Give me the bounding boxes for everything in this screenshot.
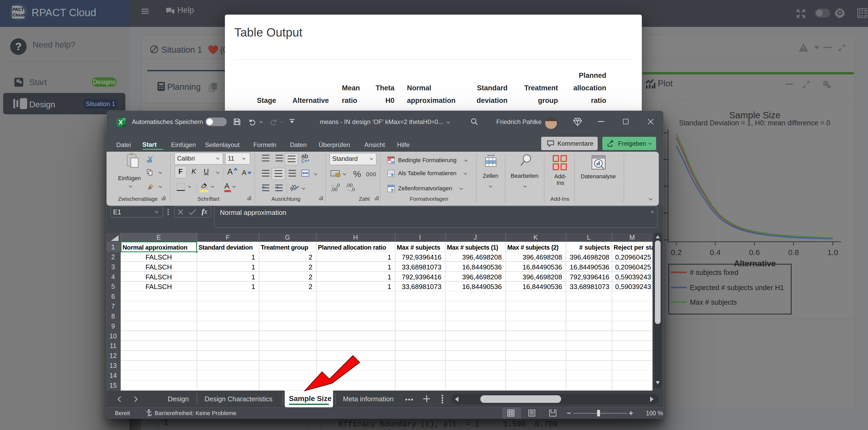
svg-text:Alternative: Alternative bbox=[734, 259, 776, 268]
svg-text:1.0: 1.0 bbox=[827, 248, 838, 257]
svg-text:0.8: 0.8 bbox=[788, 248, 799, 257]
svg-text:Standard Deviation = 1, H0: me: Standard Deviation = 1, H0: mean differe… bbox=[679, 119, 830, 127]
svg-text:0.4: 0.4 bbox=[710, 248, 721, 257]
svg-text:Sample Size: Sample Size bbox=[729, 110, 780, 120]
svg-text:0.2: 0.2 bbox=[671, 248, 682, 257]
svg-text:0.6: 0.6 bbox=[749, 248, 760, 257]
svg-text:Expected # subjects under H1: Expected # subjects under H1 bbox=[690, 284, 784, 292]
svg-text:# subjects fixed: # subjects fixed bbox=[690, 269, 738, 276]
svg-text:Max # subjects: Max # subjects bbox=[690, 298, 737, 306]
